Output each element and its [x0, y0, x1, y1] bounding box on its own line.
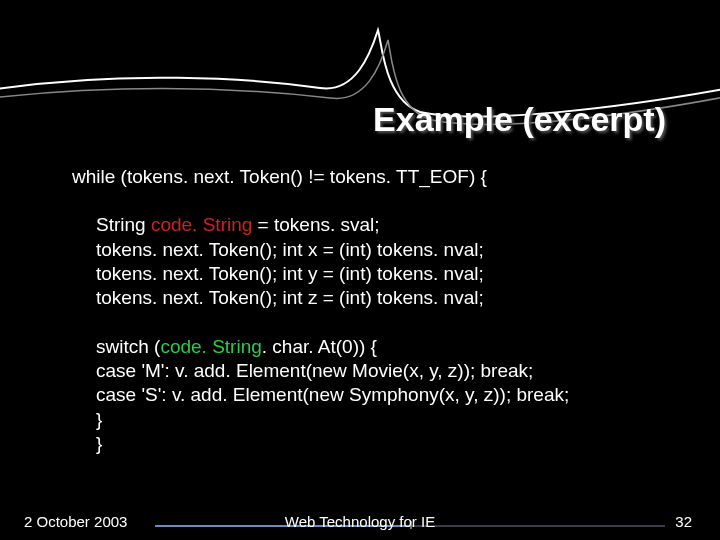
footer: 2 October 2003 Web Technology for IE 32: [0, 504, 720, 530]
code-highlight-red: code. String: [151, 214, 252, 235]
code-highlight-green: code. String: [160, 336, 261, 357]
code-line: }: [72, 432, 666, 456]
code-line: String code. String = tokens. sval;: [72, 213, 666, 237]
footer-page-number: 32: [675, 513, 692, 530]
code-block: while (tokens. next. Token() != tokens. …: [72, 165, 666, 456]
code-line: tokens. next. Token(); int y = (int) tok…: [72, 262, 666, 286]
code-line: switch (code. String. char. At(0)) {: [72, 335, 666, 359]
swoosh-graphic: [0, 0, 720, 180]
code-line: tokens. next. Token(); int z = (int) tok…: [72, 286, 666, 310]
footer-date: 2 October 2003: [24, 513, 127, 530]
code-line: while (tokens. next. Token() != tokens. …: [72, 165, 666, 189]
code-line: case 'S': v. add. Element(new Symphony(x…: [72, 383, 666, 407]
code-line: tokens. next. Token(); int x = (int) tok…: [72, 238, 666, 262]
code-line: case 'M': v. add. Element(new Movie(x, y…: [72, 359, 666, 383]
footer-title: Web Technology for IE: [285, 513, 435, 530]
slide-title: Example (excerpt): [373, 100, 666, 139]
code-line: }: [72, 408, 666, 432]
